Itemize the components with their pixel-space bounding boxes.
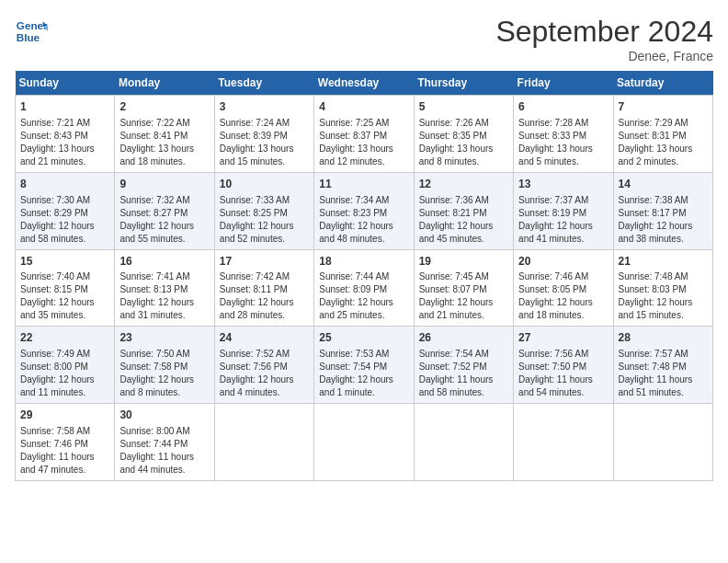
day-number: 6	[518, 99, 608, 115]
day-info: Sunrise: 7:52 AM Sunset: 7:56 PM Dayligh…	[220, 348, 309, 399]
day-info: Sunrise: 7:24 AM Sunset: 8:39 PM Dayligh…	[220, 117, 309, 168]
calendar-cell: 17Sunrise: 7:42 AM Sunset: 8:11 PM Dayli…	[214, 249, 313, 327]
day-number: 10	[220, 177, 309, 192]
svg-text:Blue: Blue	[17, 31, 40, 43]
day-number: 9	[119, 177, 209, 192]
col-header-thursday: Thursday	[414, 71, 513, 96]
day-number: 5	[419, 99, 508, 115]
col-header-friday: Friday	[514, 71, 613, 96]
calendar-cell: 22Sunrise: 7:49 AM Sunset: 8:00 PM Dayli…	[16, 327, 115, 404]
day-info: Sunrise: 7:45 AM Sunset: 8:07 PM Dayligh…	[419, 270, 508, 322]
calendar-cell: 24Sunrise: 7:52 AM Sunset: 7:56 PM Dayli…	[214, 327, 313, 404]
col-header-monday: Monday	[115, 71, 214, 96]
calendar-cell: 25Sunrise: 7:53 AM Sunset: 7:54 PM Dayli…	[314, 327, 414, 404]
logo-icon: General Blue	[15, 15, 48, 48]
day-number: 25	[319, 330, 408, 346]
calendar-cell: 27Sunrise: 7:56 AM Sunset: 7:50 PM Dayli…	[514, 327, 613, 404]
calendar-cell: 7Sunrise: 7:29 AM Sunset: 8:31 PM Daylig…	[613, 96, 712, 173]
day-number: 26	[419, 330, 508, 346]
calendar-week-row: 15Sunrise: 7:40 AM Sunset: 8:15 PM Dayli…	[16, 249, 713, 327]
day-number: 20	[518, 254, 608, 270]
calendar-week-row: 29Sunrise: 7:58 AM Sunset: 7:46 PM Dayli…	[16, 404, 713, 481]
calendar-cell: 12Sunrise: 7:36 AM Sunset: 8:21 PM Dayli…	[414, 172, 513, 249]
day-number: 12	[419, 177, 508, 192]
day-info: Sunrise: 7:53 AM Sunset: 7:54 PM Dayligh…	[319, 348, 408, 399]
calendar-cell: 10Sunrise: 7:33 AM Sunset: 8:25 PM Dayli…	[214, 172, 313, 249]
calendar-cell: 30Sunrise: 8:00 AM Sunset: 7:44 PM Dayli…	[115, 404, 214, 481]
day-info: Sunrise: 7:21 AM Sunset: 8:43 PM Dayligh…	[20, 117, 109, 168]
day-number: 15	[20, 254, 109, 270]
logo: General Blue	[15, 15, 48, 48]
day-info: Sunrise: 7:46 AM Sunset: 8:05 PM Dayligh…	[518, 270, 608, 322]
day-number: 14	[619, 177, 708, 192]
day-info: Sunrise: 7:38 AM Sunset: 8:17 PM Dayligh…	[619, 194, 708, 246]
calendar-cell: 11Sunrise: 7:34 AM Sunset: 8:23 PM Dayli…	[314, 172, 414, 249]
day-info: Sunrise: 7:58 AM Sunset: 7:46 PM Dayligh…	[20, 425, 109, 477]
day-info: Sunrise: 7:36 AM Sunset: 8:21 PM Dayligh…	[419, 194, 508, 246]
title-block: September 2024 Denee, France	[495, 15, 713, 63]
day-number: 8	[20, 177, 109, 192]
day-number: 2	[119, 99, 209, 115]
col-header-wednesday: Wednesday	[314, 71, 414, 96]
day-info: Sunrise: 7:57 AM Sunset: 7:48 PM Dayligh…	[619, 348, 708, 399]
calendar-cell: 4Sunrise: 7:25 AM Sunset: 8:37 PM Daylig…	[314, 96, 414, 173]
day-number: 3	[220, 99, 309, 115]
calendar-week-row: 8Sunrise: 7:30 AM Sunset: 8:29 PM Daylig…	[16, 172, 713, 249]
calendar-cell: 20Sunrise: 7:46 AM Sunset: 8:05 PM Dayli…	[514, 249, 613, 327]
day-number: 29	[20, 408, 109, 423]
day-number: 18	[319, 254, 408, 270]
calendar-cell: 8Sunrise: 7:30 AM Sunset: 8:29 PM Daylig…	[16, 172, 115, 249]
calendar-cell	[414, 404, 513, 481]
day-info: Sunrise: 7:26 AM Sunset: 8:35 PM Dayligh…	[419, 117, 508, 168]
day-number: 27	[518, 330, 608, 346]
day-info: Sunrise: 7:33 AM Sunset: 8:25 PM Dayligh…	[220, 194, 309, 246]
calendar-cell: 29Sunrise: 7:58 AM Sunset: 7:46 PM Dayli…	[16, 404, 115, 481]
day-number: 21	[619, 254, 708, 270]
day-number: 23	[119, 330, 209, 346]
calendar-cell: 2Sunrise: 7:22 AM Sunset: 8:41 PM Daylig…	[115, 96, 214, 173]
calendar-cell: 28Sunrise: 7:57 AM Sunset: 7:48 PM Dayli…	[613, 327, 712, 404]
calendar-cell: 14Sunrise: 7:38 AM Sunset: 8:17 PM Dayli…	[613, 172, 712, 249]
day-info: Sunrise: 7:30 AM Sunset: 8:29 PM Dayligh…	[20, 194, 109, 246]
day-info: Sunrise: 7:40 AM Sunset: 8:15 PM Dayligh…	[20, 270, 109, 322]
day-number: 28	[619, 330, 708, 346]
calendar-cell: 19Sunrise: 7:45 AM Sunset: 8:07 PM Dayli…	[414, 249, 513, 327]
day-number: 19	[419, 254, 508, 270]
day-info: Sunrise: 7:22 AM Sunset: 8:41 PM Dayligh…	[119, 117, 209, 168]
calendar-cell: 5Sunrise: 7:26 AM Sunset: 8:35 PM Daylig…	[414, 96, 513, 173]
calendar-cell: 13Sunrise: 7:37 AM Sunset: 8:19 PM Dayli…	[514, 172, 613, 249]
day-info: Sunrise: 7:28 AM Sunset: 8:33 PM Dayligh…	[518, 117, 608, 168]
calendar-header-row: SundayMondayTuesdayWednesdayThursdayFrid…	[16, 71, 713, 96]
day-number: 7	[619, 99, 708, 115]
day-info: Sunrise: 7:41 AM Sunset: 8:13 PM Dayligh…	[119, 270, 209, 322]
day-info: Sunrise: 7:44 AM Sunset: 8:09 PM Dayligh…	[319, 270, 408, 322]
day-info: Sunrise: 7:25 AM Sunset: 8:37 PM Dayligh…	[319, 117, 408, 168]
col-header-saturday: Saturday	[613, 71, 712, 96]
day-info: Sunrise: 7:37 AM Sunset: 8:19 PM Dayligh…	[518, 194, 608, 246]
page-header: General Blue September 2024 Denee, Franc…	[15, 15, 713, 63]
day-number: 24	[220, 330, 309, 346]
col-header-sunday: Sunday	[16, 71, 115, 96]
day-number: 13	[518, 177, 608, 192]
day-info: Sunrise: 7:29 AM Sunset: 8:31 PM Dayligh…	[619, 117, 708, 168]
day-number: 16	[119, 254, 209, 270]
calendar-cell: 9Sunrise: 7:32 AM Sunset: 8:27 PM Daylig…	[115, 172, 214, 249]
day-info: Sunrise: 7:42 AM Sunset: 8:11 PM Dayligh…	[220, 270, 309, 322]
day-info: Sunrise: 7:50 AM Sunset: 7:58 PM Dayligh…	[119, 348, 209, 399]
day-number: 17	[220, 254, 309, 270]
day-info: Sunrise: 7:56 AM Sunset: 7:50 PM Dayligh…	[518, 348, 608, 399]
day-info: Sunrise: 7:54 AM Sunset: 7:52 PM Dayligh…	[419, 348, 508, 399]
calendar-cell: 16Sunrise: 7:41 AM Sunset: 8:13 PM Dayli…	[115, 249, 214, 327]
calendar-cell	[613, 404, 712, 481]
calendar-cell: 18Sunrise: 7:44 AM Sunset: 8:09 PM Dayli…	[314, 249, 414, 327]
day-number: 30	[119, 408, 209, 423]
calendar-cell	[314, 404, 414, 481]
calendar-cell	[214, 404, 313, 481]
calendar-table: SundayMondayTuesdayWednesdayThursdayFrid…	[15, 71, 713, 481]
calendar-cell	[514, 404, 613, 481]
calendar-cell: 3Sunrise: 7:24 AM Sunset: 8:39 PM Daylig…	[214, 96, 313, 173]
calendar-week-row: 22Sunrise: 7:49 AM Sunset: 8:00 PM Dayli…	[16, 327, 713, 404]
day-info: Sunrise: 7:49 AM Sunset: 8:00 PM Dayligh…	[20, 348, 109, 399]
calendar-cell: 6Sunrise: 7:28 AM Sunset: 8:33 PM Daylig…	[514, 96, 613, 173]
day-info: Sunrise: 7:32 AM Sunset: 8:27 PM Dayligh…	[119, 194, 209, 246]
